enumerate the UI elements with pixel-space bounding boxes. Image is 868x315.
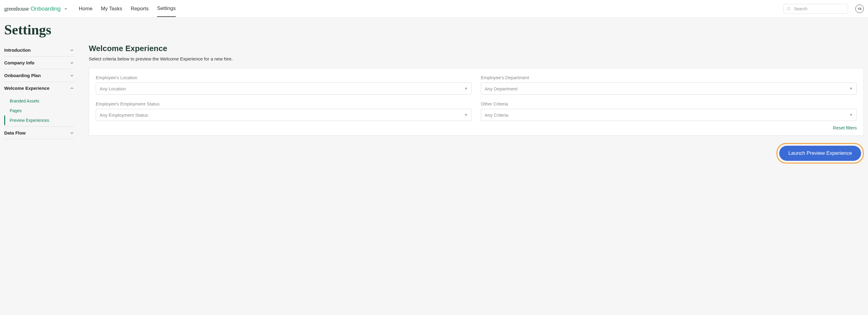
reset-filters-link[interactable]: Reset filters bbox=[833, 125, 857, 130]
sidebar-item-data-flow[interactable]: Data Flow bbox=[4, 127, 74, 139]
search-icon bbox=[786, 6, 791, 11]
field-label: Employee's Location bbox=[96, 75, 472, 80]
sidebar-item-label: Onboarding Plan bbox=[4, 73, 41, 78]
sidebar-sub-preview-experiences[interactable]: Preview Experiences bbox=[4, 115, 74, 125]
chevron-down-icon bbox=[64, 7, 68, 11]
section-description: Select criteria below to preview the Wel… bbox=[89, 56, 864, 61]
field-other-criteria: Other Criteria Any Criteria ▼ bbox=[481, 101, 857, 121]
nav-settings[interactable]: Settings bbox=[157, 1, 176, 17]
sidebar-item-label: Data Flow bbox=[4, 130, 26, 136]
sidebar-sub-pages[interactable]: Pages bbox=[4, 106, 74, 115]
section-title: Welcome Experience bbox=[89, 44, 864, 53]
caret-down-icon: ▼ bbox=[464, 86, 468, 91]
other-criteria-select[interactable]: Any Criteria ▼ bbox=[481, 109, 857, 121]
launch-preview-button[interactable]: Launch Preview Experience bbox=[779, 146, 861, 161]
caret-down-icon: ▼ bbox=[464, 113, 468, 117]
chevron-down-icon bbox=[69, 48, 74, 53]
svg-line-1 bbox=[789, 9, 790, 10]
brand-switcher[interactable]: greenhouse Onboarding bbox=[4, 5, 68, 12]
sidebar-item-introduction[interactable]: Introduction bbox=[4, 44, 74, 57]
chevron-down-icon bbox=[69, 60, 74, 65]
settings-sidebar: Introduction Company Info Onboarding Pla… bbox=[4, 44, 74, 139]
chevron-down-icon bbox=[69, 131, 74, 136]
field-label: Employee's Employment Status bbox=[96, 101, 472, 107]
sidebar-item-label: Introduction bbox=[4, 48, 31, 53]
sidebar-item-label: Company Info bbox=[4, 60, 34, 65]
page-body: Settings Introduction Company Info Onboa… bbox=[0, 18, 868, 176]
field-employment-status: Employee's Employment Status Any Employm… bbox=[96, 101, 472, 121]
sidebar-item-label: Welcome Experience bbox=[4, 86, 50, 91]
nav-home[interactable]: Home bbox=[79, 1, 92, 17]
field-label: Other Criteria bbox=[481, 101, 857, 107]
employment-status-select[interactable]: Any Employment Status ▼ bbox=[96, 109, 472, 121]
avatar[interactable]: YA bbox=[855, 4, 864, 13]
department-select[interactable]: Any Department ▼ bbox=[481, 83, 857, 95]
caret-down-icon: ▼ bbox=[849, 86, 853, 91]
brand-greenhouse-text: greenhouse bbox=[4, 5, 29, 12]
svg-point-0 bbox=[787, 7, 790, 10]
select-value: Any Location bbox=[100, 86, 126, 91]
chevron-up-icon bbox=[69, 86, 74, 91]
sidebar-item-welcome-experience[interactable]: Welcome Experience bbox=[4, 82, 74, 94]
field-location: Employee's Location Any Location ▼ bbox=[96, 75, 472, 95]
sidebar-sub-branded-assets[interactable]: Branded Assets bbox=[4, 96, 74, 106]
brand-onboarding-text: Onboarding bbox=[31, 5, 61, 12]
location-select[interactable]: Any Location ▼ bbox=[96, 83, 472, 95]
select-value: Any Criteria bbox=[485, 112, 508, 118]
caret-down-icon: ▼ bbox=[849, 113, 853, 117]
nav-my-tasks[interactable]: My Tasks bbox=[101, 1, 122, 17]
field-department: Employee's Department Any Department ▼ bbox=[481, 75, 857, 95]
select-value: Any Employment Status bbox=[100, 112, 148, 118]
nav-links: Home My Tasks Reports Settings bbox=[79, 1, 176, 17]
filter-card: Employee's Location Any Location ▼ Emplo… bbox=[89, 68, 864, 136]
launch-highlight-box: Launch Preview Experience bbox=[776, 143, 864, 164]
sidebar-submenu-welcome-experience: Branded Assets Pages Preview Experiences bbox=[4, 94, 74, 127]
sidebar-item-company-info[interactable]: Company Info bbox=[4, 57, 74, 69]
search-input[interactable] bbox=[783, 4, 848, 13]
top-nav: greenhouse Onboarding Home My Tasks Repo… bbox=[0, 0, 868, 18]
page-title: Settings bbox=[4, 22, 864, 38]
sidebar-item-onboarding-plan[interactable]: Onboarding Plan bbox=[4, 69, 74, 82]
nav-reports[interactable]: Reports bbox=[131, 1, 149, 17]
search-container bbox=[783, 4, 848, 13]
avatar-initials: YA bbox=[858, 7, 862, 10]
select-value: Any Department bbox=[485, 86, 517, 91]
field-label: Employee's Department bbox=[481, 75, 857, 80]
main-content: Welcome Experience Select criteria below… bbox=[89, 44, 864, 164]
chevron-down-icon bbox=[69, 73, 74, 78]
